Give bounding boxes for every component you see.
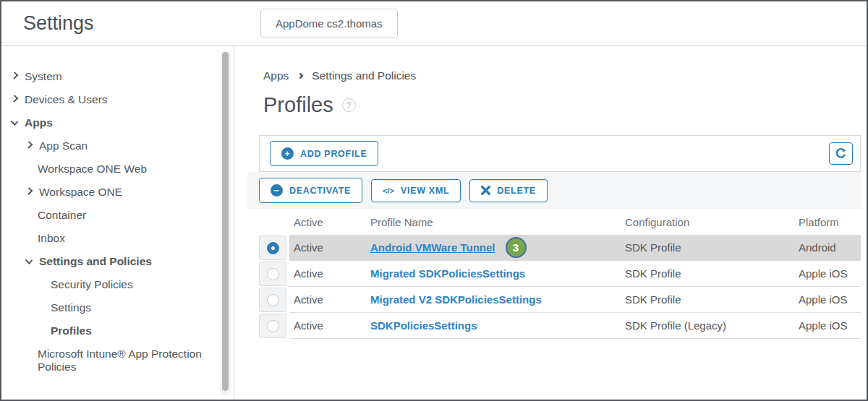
deactivate-button[interactable]: DEACTIVATE (259, 178, 362, 203)
delete-label: DELETE (497, 186, 536, 196)
radio-selected-icon (267, 242, 279, 254)
sidebar-item-workspace-one[interactable]: Workspace ONE (1, 181, 213, 204)
sidebar-item-profiles[interactable]: Profiles (1, 319, 213, 342)
breadcrumb-apps[interactable]: Apps (263, 69, 289, 82)
chevron-right-icon (11, 72, 19, 79)
table-row: Active Migrated V2 SDKPoliciesSettings S… (259, 287, 861, 313)
sidebar-item-label: Microsoft Intune® App Protection Policie… (38, 348, 213, 374)
sidebar-item-apps[interactable]: Apps (1, 111, 213, 134)
sidebar-item-devices-users[interactable]: Devices & Users (1, 88, 213, 111)
sidebar-item-security-policies[interactable]: Security Policies (1, 273, 213, 296)
sidebar-item-label: App Scan (39, 139, 88, 152)
chevron-down-icon (25, 256, 33, 264)
profile-link[interactable]: Android VMWare Tunnel (370, 241, 495, 254)
cell-active: Active (294, 319, 370, 332)
sidebar-item-inbox[interactable]: Inbox (1, 227, 213, 250)
sidebar-item-label: Devices & Users (25, 93, 108, 106)
sidebar-item-label: Settings and Policies (39, 255, 152, 268)
sidebar-item-system[interactable]: System (1, 65, 213, 88)
sidebar-item-label: Workspace ONE (39, 186, 122, 199)
row-select-radio[interactable] (259, 288, 286, 312)
refresh-icon (835, 147, 847, 160)
breadcrumb: Apps Settings and Policies (263, 69, 867, 82)
plus-circle-icon (281, 147, 294, 160)
x-icon (481, 186, 490, 195)
chevron-right-icon (11, 95, 19, 103)
cell-configuration: SDK Profile (625, 267, 799, 280)
view-xml-label: VIEW XML (401, 186, 449, 196)
sidebar-item-container[interactable]: Container (1, 204, 213, 227)
sidebar-scrollbar[interactable] (220, 51, 231, 395)
radio-column-spacer (259, 209, 289, 235)
row-select-radio[interactable] (259, 262, 286, 286)
cell-profile-name: Android VMWare Tunnel 3 (370, 237, 625, 258)
sidebar-item-microsoft-intune[interactable]: Microsoft Intune® App Protection Policie… (1, 342, 213, 379)
sidebar-scrollbar-thumb[interactable] (222, 52, 229, 391)
view-xml-button[interactable]: VIEW XML (371, 179, 461, 202)
sidebar-item-label: Workspace ONE Web (38, 163, 147, 176)
page-title-row: Profiles (263, 93, 867, 117)
main-content: Apps Settings and Policies Profiles ADD … (234, 46, 867, 400)
cell-configuration: SDK Profile (625, 241, 799, 254)
sidebar-item-workspace-one-web[interactable]: Workspace ONE Web (1, 158, 213, 181)
profile-link[interactable]: SDKPoliciesSettings (370, 319, 477, 332)
add-profile-button[interactable]: ADD PROFILE (270, 141, 378, 166)
table-row: Active SDKPoliciesSettings SDK Profile (… (259, 313, 861, 339)
minus-circle-icon (271, 184, 283, 197)
column-header-configuration[interactable]: Configuration (625, 216, 799, 228)
section-title: Profiles (263, 93, 333, 117)
column-header-active[interactable]: Active (294, 216, 370, 228)
sidebar-nav-list: System Devices & Users Apps App Scan Wor… (1, 46, 234, 379)
sidebar-item-label: Settings (51, 301, 91, 314)
chevron-right-icon (25, 141, 33, 149)
sidebar-item-app-scan[interactable]: App Scan (1, 134, 213, 158)
table-header: Active Profile Name Configuration Platfo… (259, 209, 861, 235)
cell-configuration: SDK Profile (625, 293, 799, 306)
row-select-radio[interactable] (259, 236, 286, 260)
cell-active: Active (294, 267, 370, 280)
sidebar-item-label: Profiles (51, 324, 92, 337)
profile-link[interactable]: Migrated V2 SDKPoliciesSettings (370, 293, 542, 306)
cell-active: Active (294, 241, 370, 254)
help-icon[interactable] (342, 98, 356, 112)
breadcrumb-settings-and-policies[interactable]: Settings and Policies (312, 69, 416, 82)
column-header-platform[interactable]: Platform (799, 216, 861, 228)
settings-sidebar: System Devices & Users Apps App Scan Wor… (1, 46, 234, 400)
table-row: Active Migrated SDKPoliciesSettings SDK … (259, 261, 861, 287)
app-header: Settings AppDome cs2.thomas (1, 1, 867, 46)
delete-button[interactable]: DELETE (469, 179, 548, 202)
add-profile-label: ADD PROFILE (300, 149, 367, 159)
row-select-radio[interactable] (259, 314, 286, 338)
app-title: Settings (23, 12, 260, 35)
sidebar-item-settings[interactable]: Settings (1, 296, 213, 319)
sidebar-item-settings-and-policies[interactable]: Settings and Policies (1, 250, 213, 273)
column-header-profile-name[interactable]: Profile Name (370, 216, 625, 228)
cell-platform: Apple iOS (799, 319, 861, 332)
profiles-toolbar: ADD PROFILE (259, 135, 861, 172)
app-window: Settings AppDome cs2.thomas System Devic… (0, 0, 868, 401)
chevron-down-icon (11, 118, 19, 126)
cell-configuration: SDK Profile (Legacy) (625, 319, 799, 332)
code-icon (383, 186, 394, 195)
organization-group-button[interactable]: AppDome cs2.thomas (260, 9, 398, 38)
sidebar-item-label: System (25, 70, 62, 83)
sidebar-item-label: Security Policies (51, 278, 133, 291)
sidebar-item-label: Inbox (38, 232, 65, 245)
table-row: Active Android VMWare Tunnel 3 SDK Profi… (259, 235, 861, 261)
sidebar-item-label: Container (38, 209, 86, 222)
sidebar-item-label: Apps (25, 116, 53, 129)
selection-actions: DEACTIVATE VIEW XML DELETE (247, 172, 861, 209)
cell-platform: Apple iOS (799, 267, 861, 280)
refresh-button[interactable] (829, 142, 853, 165)
profiles-table: Active Profile Name Configuration Platfo… (259, 209, 861, 339)
radio-unselected-icon (267, 320, 279, 332)
profile-link[interactable]: Migrated SDKPoliciesSettings (370, 267, 525, 280)
cell-platform: Android (799, 241, 861, 254)
annotation-step-badge: 3 (506, 237, 527, 258)
deactivate-label: DEACTIVATE (289, 186, 351, 196)
cell-platform: Apple iOS (799, 293, 861, 306)
chevron-right-icon (25, 187, 33, 195)
cell-active: Active (294, 293, 370, 306)
cell-profile-name: Migrated V2 SDKPoliciesSettings (370, 293, 625, 306)
radio-unselected-icon (267, 268, 279, 280)
